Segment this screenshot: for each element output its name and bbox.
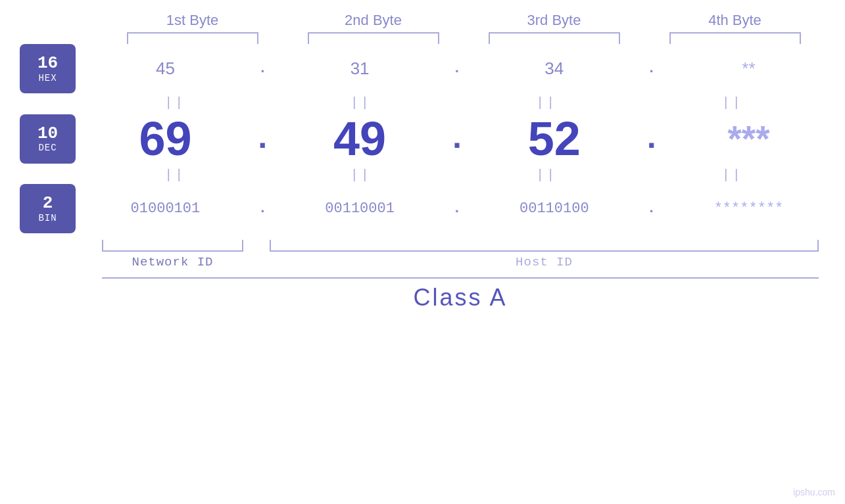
eq1-b3: || <box>481 95 612 110</box>
hex-b2-value: 31 <box>350 58 370 79</box>
equals-row-2: || || || || <box>0 166 845 184</box>
bin-row: 2 BIN 01000101 . 00110001 . 00110100 . *… <box>0 184 845 233</box>
eq2-b1: || <box>109 168 241 183</box>
hex-b1-value: 45 <box>156 58 175 79</box>
bin-b2-cell: 00110001 <box>294 200 425 217</box>
bin-b1-value: 01000101 <box>131 200 201 217</box>
dec-badge-label: DEC <box>38 143 57 153</box>
footer-text: ipshu.com <box>793 487 835 497</box>
eq2-b2: || <box>295 168 427 183</box>
class-divider <box>102 277 819 279</box>
hex-b4-cell: ** <box>683 58 814 79</box>
byte2-header: 2nd Byte <box>298 12 449 29</box>
bin-badge: 2 BIN <box>20 184 76 233</box>
dec-b3-cell: 52 <box>489 112 620 166</box>
hex-badge-number: 16 <box>37 54 58 73</box>
hex-b1-cell: 45 <box>99 58 231 79</box>
hex-b4-value: ** <box>742 58 755 79</box>
eq2-b3: || <box>481 168 612 183</box>
network-bracket <box>102 240 243 252</box>
bin-b2-value: 00110001 <box>325 200 395 217</box>
byte3-header: 3rd Byte <box>479 12 630 29</box>
class-label: Class A <box>102 284 819 311</box>
hex-b3-cell: 34 <box>489 58 620 79</box>
byte1-header: 1st Byte <box>117 12 268 29</box>
dec-row: 10 DEC 69 . 49 . 52 . *** <box>0 112 845 166</box>
dec-dot2: . <box>447 120 467 158</box>
bin-dot2: . <box>447 200 467 217</box>
dec-b2-value: 49 <box>333 112 386 166</box>
dec-b2-cell: 49 <box>294 112 425 166</box>
eq1-b1: || <box>109 95 241 110</box>
bin-b4-cell: ******** <box>683 200 814 217</box>
hex-row: 16 HEX 45 . 31 . 34 . ** <box>0 44 845 93</box>
bin-dot3: . <box>642 200 662 217</box>
dec-badge-number: 10 <box>37 124 58 143</box>
bracket-top-2 <box>308 32 439 44</box>
dec-b4-cell: *** <box>683 118 814 160</box>
bin-badge-number: 2 <box>43 194 53 213</box>
bin-values: 01000101 . 00110001 . 00110100 . *******… <box>89 200 825 217</box>
hex-badge: 16 HEX <box>20 44 76 93</box>
bin-b1-cell: 01000101 <box>99 200 231 217</box>
bracket-top-1 <box>127 32 258 44</box>
equals-row-1: || || || || <box>0 93 845 112</box>
byte4-header: 4th Byte <box>660 12 811 29</box>
bracket-top-4 <box>669 32 801 44</box>
class-section: Class A <box>0 277 845 311</box>
hex-dot3: . <box>642 60 662 77</box>
hex-b2-cell: 31 <box>294 58 425 79</box>
bin-badge-label: BIN <box>38 213 57 223</box>
bin-b3-value: 00110100 <box>519 200 589 217</box>
hex-dot2: . <box>447 60 467 77</box>
dec-dot3: . <box>642 120 662 158</box>
hex-badge-label: HEX <box>38 73 57 83</box>
bracket-top-3 <box>489 32 620 44</box>
dec-b3-value: 52 <box>528 112 581 166</box>
bin-b4-value: ******** <box>714 200 784 217</box>
dec-values: 69 . 49 . 52 . *** <box>89 112 825 166</box>
bin-dot1: . <box>253 200 272 217</box>
host-bracket <box>270 240 819 252</box>
hex-b3-value: 34 <box>544 58 564 79</box>
dec-badge: 10 DEC <box>20 114 76 164</box>
eq1-b2: || <box>295 95 427 110</box>
dec-b4-value: *** <box>727 118 769 160</box>
byte-headers: 1st Byte 2nd Byte 3rd Byte 4th Byte <box>0 12 845 29</box>
hex-dot1: . <box>253 60 272 77</box>
dec-b1-value: 69 <box>139 112 191 166</box>
eq1-b4: || <box>667 95 798 110</box>
network-id-label: Network ID <box>102 255 243 269</box>
top-bracket-row <box>0 32 845 44</box>
host-id-label: Host ID <box>270 255 819 269</box>
hex-values: 45 . 31 . 34 . ** <box>89 58 825 79</box>
main-container: 1st Byte 2nd Byte 3rd Byte 4th Byte 16 H… <box>0 0 845 504</box>
eq2-b4: || <box>667 168 798 183</box>
id-labels-row: Network ID Host ID <box>0 255 845 269</box>
dec-dot1: . <box>253 120 272 158</box>
dec-b1-cell: 69 <box>99 112 231 166</box>
bottom-bracket-container <box>0 240 845 252</box>
bin-b3-cell: 00110100 <box>489 200 620 217</box>
